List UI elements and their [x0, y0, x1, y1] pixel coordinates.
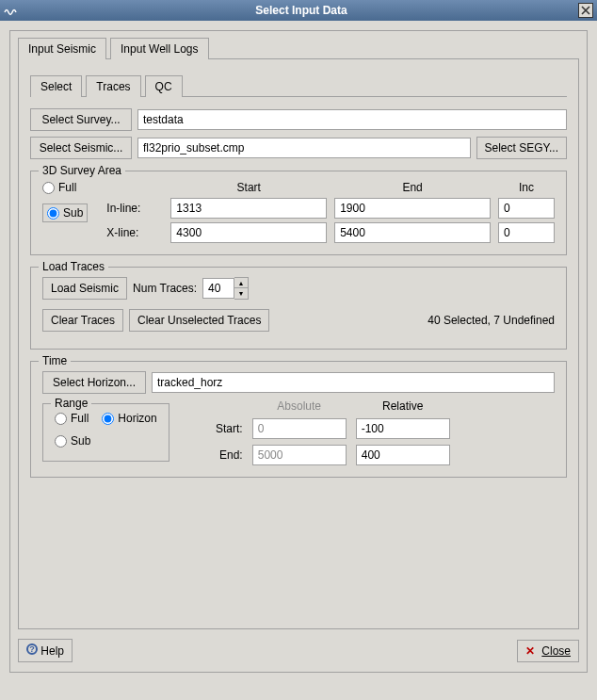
selection-status: 40 Selected, 7 Undefined: [428, 314, 555, 327]
tab-input-well-logs[interactable]: Input Well Logs: [110, 38, 209, 59]
help-icon: ?: [26, 643, 38, 655]
tab-input-seismic[interactable]: Input Seismic: [18, 38, 106, 59]
time-group: Time Select Horizon... Range Full Horizo…: [30, 361, 567, 478]
survey-area-group: 3D Survey Area Full Sub Start End Inc: [30, 171, 567, 255]
load-seismic-button[interactable]: Load Seismic: [42, 277, 127, 300]
tab-qc[interactable]: QC: [145, 75, 183, 97]
svg-text:?: ?: [29, 644, 35, 654]
xline-end-field[interactable]: [334, 222, 491, 243]
range-legend: Range: [51, 397, 91, 410]
load-traces-group: Load Traces Load Seismic Num Traces: ▲ ▼: [30, 267, 567, 350]
select-segy-button[interactable]: Select SEGY...: [476, 137, 568, 159]
outer-panel: Input Seismic Input Well Logs Select Tra…: [9, 30, 588, 673]
rel-end-field[interactable]: [356, 445, 450, 465]
clear-unselected-traces-button[interactable]: Clear Unselected Traces: [129, 309, 269, 332]
survey-field[interactable]: [137, 109, 567, 130]
select-survey-button[interactable]: Select Survey...: [30, 108, 132, 131]
num-traces-spinner[interactable]: ▲ ▼: [202, 277, 249, 300]
num-traces-down-button[interactable]: ▼: [234, 288, 248, 299]
absolute-header: Absolute: [252, 399, 347, 413]
inline-label: In-line:: [106, 202, 163, 215]
range-horizon-radio[interactable]: Horizon: [102, 412, 156, 425]
area-full-radio[interactable]: Full: [42, 181, 88, 194]
time-legend: Time: [39, 354, 71, 367]
survey-area-legend: 3D Survey Area: [39, 164, 125, 177]
close-button[interactable]: ✕ Close: [517, 640, 579, 662]
xline-inc-field[interactable]: [498, 222, 555, 243]
tab-traces[interactable]: Traces: [86, 75, 140, 97]
range-sub-radio[interactable]: Sub: [55, 434, 157, 448]
clear-traces-button[interactable]: Clear Traces: [42, 309, 123, 332]
outer-tabs: Input Seismic Input Well Logs: [18, 37, 579, 58]
inc-header: Inc: [498, 181, 555, 194]
time-end-label: End:: [196, 448, 243, 462]
outer-tab-content: Select Traces QC Select Survey... Select…: [18, 58, 579, 629]
window-close-button[interactable]: [578, 3, 593, 18]
num-traces-label: Num Traces:: [133, 282, 197, 295]
titlebar: Select Input Data: [0, 0, 597, 21]
abs-start-field: [252, 418, 347, 439]
end-header: End: [334, 181, 491, 194]
range-full-radio[interactable]: Full: [55, 412, 89, 425]
xline-label: X-line:: [106, 226, 163, 239]
abs-end-field: [252, 445, 347, 465]
inner-tabs: Select Traces QC: [30, 74, 567, 96]
tab-select[interactable]: Select: [30, 75, 82, 97]
close-x-icon: ✕: [525, 644, 535, 658]
seismic-field[interactable]: [137, 138, 471, 158]
inline-end-field[interactable]: [334, 198, 491, 219]
window-title: Select Input Data: [24, 4, 578, 17]
inline-inc-field[interactable]: [498, 198, 555, 219]
load-traces-legend: Load Traces: [39, 260, 108, 273]
rel-start-field[interactable]: [356, 418, 450, 439]
relative-header: Relative: [356, 399, 450, 413]
start-header: Start: [170, 181, 327, 194]
time-start-label: Start:: [196, 422, 243, 435]
horizon-field[interactable]: [152, 372, 555, 393]
select-horizon-button[interactable]: Select Horizon...: [42, 371, 146, 394]
num-traces-up-button[interactable]: ▲: [234, 278, 248, 288]
xline-start-field[interactable]: [170, 222, 327, 243]
inline-start-field[interactable]: [170, 198, 327, 219]
num-traces-field[interactable]: [202, 278, 234, 299]
range-group: Range Full Horizon Sub: [42, 403, 169, 462]
help-button[interactable]: ? Help: [18, 639, 73, 662]
select-seismic-button[interactable]: Select Seismic...: [30, 137, 132, 159]
area-sub-radio[interactable]: Sub: [42, 203, 88, 222]
app-wave-icon: [4, 3, 19, 18]
